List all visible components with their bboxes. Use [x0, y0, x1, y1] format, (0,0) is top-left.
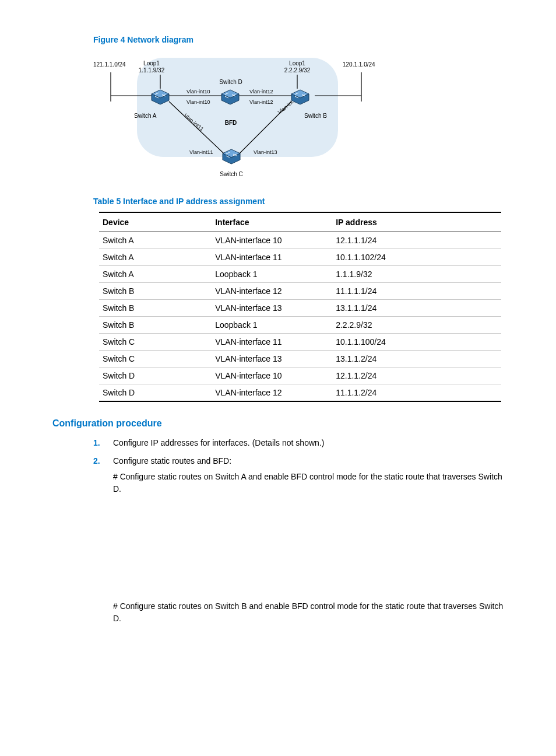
cell-device: Switch B	[99, 300, 212, 317]
cell-ip: 11.1.1.1/24	[332, 283, 501, 300]
ip-table: Device Interface IP address Switch AVLAN…	[99, 212, 501, 402]
cell-ip: 12.1.1.1/24	[332, 232, 501, 249]
step-1-text: Configure IP addresses for interfaces. (…	[113, 438, 324, 447]
table-row: Switch BVLAN-interface 1313.1.1.1/24	[99, 300, 501, 317]
network-diagram: 121.1.1.0/24 120.1.1.0/24 Loop1 1.1.1.9/…	[87, 49, 504, 185]
cell-ip: 10.1.1.102/24	[332, 249, 501, 266]
table-row: Switch BLoopback 12.2.2.9/32	[99, 317, 501, 334]
cell-interface: VLAN-interface 10	[212, 368, 332, 384]
loop1-a-ip: 1.1.1.9/32	[139, 67, 165, 74]
cell-ip: 13.1.1.1/24	[332, 300, 501, 317]
cell-ip: 10.1.1.100/24	[332, 334, 501, 351]
switch-c-label: Switch C	[220, 171, 242, 177]
cell-ip: 11.1.1.2/24	[332, 384, 501, 402]
vlan10-a-label: Vlan-int10	[186, 89, 210, 94]
figure-caption: Figure 4 Network diagram	[93, 35, 504, 44]
vlan12-b-label: Vlan-int12	[249, 99, 273, 105]
table-row: Switch ALoopback 11.1.1.9/32	[99, 266, 501, 283]
cell-device: Switch D	[99, 384, 212, 402]
cell-device: Switch B	[99, 317, 212, 334]
cell-device: Switch C	[99, 351, 212, 368]
vlan10-d-label: Vlan-int10	[186, 99, 210, 105]
procedure-list: Configure IP addresses for interfaces. (…	[87, 437, 504, 625]
table-caption: Table 5 Interface and IP address assignm…	[93, 197, 504, 206]
loop1-a-label: Loop1	[143, 60, 160, 66]
table-row: Switch BVLAN-interface 1211.1.1.1/24	[99, 283, 501, 300]
cell-interface: VLAN-interface 12	[212, 384, 332, 402]
net-right-label: 120.1.1.0/24	[343, 61, 375, 68]
vlan12-d-label: Vlan-int12	[249, 89, 273, 94]
col-interface: Interface	[212, 212, 332, 232]
cell-device: Switch A	[99, 249, 212, 266]
step-2-sub1: # Configure static routes on Switch A an…	[113, 471, 504, 495]
loop1-b-label: Loop1	[289, 60, 305, 66]
cell-interface: Loopback 1	[212, 266, 332, 283]
cell-interface: VLAN-interface 13	[212, 351, 332, 368]
step-2-sub2: # Configure static routes on Switch B an…	[113, 600, 504, 625]
cell-device: Switch A	[99, 266, 212, 283]
table-row: Switch DVLAN-interface 1012.1.1.2/24	[99, 368, 501, 384]
cell-device: Switch D	[99, 368, 212, 384]
cell-interface: VLAN-interface 11	[212, 249, 332, 266]
cell-interface: VLAN-interface 13	[212, 300, 332, 317]
switch-b-label: Switch B	[304, 113, 327, 119]
cell-device: Switch A	[99, 232, 212, 249]
net-left-label: 121.1.1.0/24	[93, 61, 126, 68]
col-device: Device	[99, 212, 212, 232]
table-row: Switch DVLAN-interface 1211.1.1.2/24	[99, 384, 501, 402]
cell-interface: VLAN-interface 12	[212, 283, 332, 300]
cell-ip: 1.1.1.9/32	[332, 266, 501, 283]
cell-ip: 13.1.1.2/24	[332, 351, 501, 368]
switch-a-label: Switch A	[134, 113, 157, 119]
switch-d-label: Switch D	[219, 79, 242, 85]
vlan11-c-label: Vlan-int11	[189, 149, 213, 155]
loop1-b-ip: 2.2.2.9/32	[284, 67, 311, 74]
bfd-label: BFD	[225, 120, 237, 126]
cell-interface: Loopback 1	[212, 317, 332, 334]
config-procedure-heading: Configuration procedure	[52, 418, 504, 429]
cell-interface: VLAN-interface 11	[212, 334, 332, 351]
table-row: Switch CVLAN-interface 1110.1.1.100/24	[99, 334, 501, 351]
step-2-text: Configure static routes and BFD:	[113, 456, 231, 466]
cell-device: Switch C	[99, 334, 212, 351]
table-row: Switch CVLAN-interface 1313.1.1.2/24	[99, 351, 501, 368]
col-ip: IP address	[332, 212, 501, 232]
cell-ip: 12.1.1.2/24	[332, 368, 501, 384]
cell-interface: VLAN-interface 10	[212, 232, 332, 249]
cell-ip: 2.2.2.9/32	[332, 317, 501, 334]
table-row: Switch AVLAN-interface 1110.1.1.102/24	[99, 249, 501, 266]
procedure-step-2: Configure static routes and BFD: # Confi…	[105, 455, 504, 625]
cell-device: Switch B	[99, 283, 212, 300]
vlan13-c-label: Vlan-int13	[254, 149, 277, 155]
table-row: Switch AVLAN-interface 1012.1.1.1/24	[99, 232, 501, 249]
procedure-step-1: Configure IP addresses for interfaces. (…	[105, 437, 504, 449]
